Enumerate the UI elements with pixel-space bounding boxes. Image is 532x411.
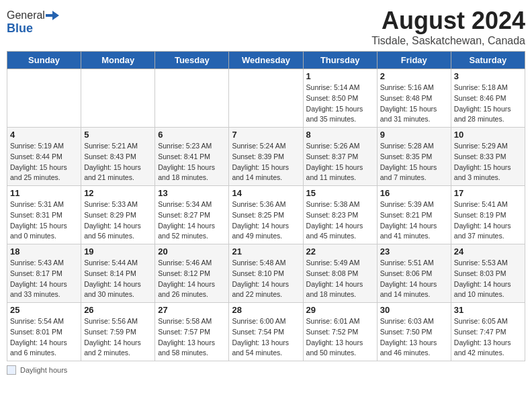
day-info: Sunrise: 5:56 AMSunset: 7:59 PMDaylight:…: [84, 316, 152, 359]
day-info: Sunrise: 5:38 AMSunset: 8:23 PMDaylight:…: [306, 199, 374, 242]
week-row-1: 1Sunrise: 5:14 AMSunset: 8:50 PMDaylight…: [7, 69, 525, 128]
title-area: August 2024 Tisdale, Saskatchewan, Canad…: [371, 7, 525, 47]
day-number: 17: [454, 188, 522, 198]
day-cell: 7Sunrise: 5:24 AMSunset: 8:39 PMDaylight…: [229, 128, 303, 186]
day-cell: 4Sunrise: 5:19 AMSunset: 8:44 PMDaylight…: [7, 128, 81, 186]
day-number: 24: [454, 246, 522, 257]
day-number: 19: [84, 246, 152, 257]
day-number: 22: [306, 246, 374, 257]
day-info: Sunrise: 5:18 AMSunset: 8:46 PMDaylight:…: [454, 83, 522, 125]
main-title: August 2024: [371, 7, 525, 35]
day-cell: 27Sunrise: 5:58 AMSunset: 7:57 PMDayligh…: [155, 303, 229, 361]
day-number: 23: [380, 246, 448, 257]
day-number: 9: [380, 130, 448, 140]
day-info: Sunrise: 5:49 AMSunset: 8:08 PMDaylight:…: [306, 258, 374, 300]
week-row-5: 25Sunrise: 5:54 AMSunset: 8:01 PMDayligh…: [7, 303, 525, 361]
day-cell: 1Sunrise: 5:14 AMSunset: 8:50 PMDaylight…: [303, 69, 377, 128]
legend-color-box: [7, 365, 16, 375]
day-number: 25: [10, 305, 78, 315]
weekday-header-saturday: Saturday: [451, 52, 525, 69]
day-number: 27: [158, 305, 226, 315]
day-number: 15: [306, 188, 374, 198]
subtitle: Tisdale, Saskatchewan, Canada: [371, 35, 525, 47]
day-cell: 20Sunrise: 5:46 AMSunset: 8:12 PMDayligh…: [155, 244, 229, 303]
day-info: Sunrise: 5:34 AMSunset: 8:27 PMDaylight:…: [158, 199, 226, 242]
day-info: Sunrise: 5:31 AMSunset: 8:31 PMDaylight:…: [10, 199, 78, 242]
day-cell: [229, 69, 303, 128]
day-number: 6: [158, 130, 226, 140]
day-cell: 13Sunrise: 5:34 AMSunset: 8:27 PMDayligh…: [155, 186, 229, 244]
week-row-2: 4Sunrise: 5:19 AMSunset: 8:44 PMDaylight…: [7, 128, 525, 186]
day-number: 20: [158, 246, 226, 257]
day-cell: 26Sunrise: 5:56 AMSunset: 7:59 PMDayligh…: [81, 303, 155, 361]
logo: General Blue: [7, 7, 60, 36]
day-number: 18: [10, 246, 78, 257]
day-number: 10: [454, 130, 522, 140]
weekday-header-tuesday: Tuesday: [155, 52, 229, 69]
day-info: Sunrise: 5:21 AMSunset: 8:43 PMDaylight:…: [84, 141, 152, 183]
day-number: 28: [232, 305, 300, 315]
day-cell: 8Sunrise: 5:26 AMSunset: 8:37 PMDaylight…: [303, 128, 377, 186]
weekday-header-friday: Friday: [377, 52, 451, 69]
day-info: Sunrise: 5:33 AMSunset: 8:29 PMDaylight:…: [84, 199, 152, 242]
day-cell: 25Sunrise: 5:54 AMSunset: 8:01 PMDayligh…: [7, 303, 81, 361]
day-info: Sunrise: 5:46 AMSunset: 8:12 PMDaylight:…: [158, 258, 226, 300]
day-number: 3: [454, 71, 522, 81]
day-info: Sunrise: 5:26 AMSunset: 8:37 PMDaylight:…: [306, 141, 374, 183]
day-number: 14: [232, 188, 300, 198]
day-info: Sunrise: 5:19 AMSunset: 8:44 PMDaylight:…: [10, 141, 78, 183]
day-info: Sunrise: 5:29 AMSunset: 8:33 PMDaylight:…: [454, 141, 522, 183]
day-number: 4: [10, 130, 78, 140]
day-cell: 14Sunrise: 5:36 AMSunset: 8:25 PMDayligh…: [229, 186, 303, 244]
day-info: Sunrise: 5:44 AMSunset: 8:14 PMDaylight:…: [84, 258, 152, 300]
day-number: 16: [380, 188, 448, 198]
day-number: 8: [306, 130, 374, 140]
day-cell: 16Sunrise: 5:39 AMSunset: 8:21 PMDayligh…: [377, 186, 451, 244]
day-info: Sunrise: 5:54 AMSunset: 8:01 PMDaylight:…: [10, 316, 78, 359]
logo-general-text: General: [7, 9, 45, 21]
day-number: 21: [232, 246, 300, 257]
day-cell: 19Sunrise: 5:44 AMSunset: 8:14 PMDayligh…: [81, 244, 155, 303]
day-number: 13: [158, 188, 226, 198]
day-cell: 18Sunrise: 5:43 AMSunset: 8:17 PMDayligh…: [7, 244, 81, 303]
day-info: Sunrise: 5:41 AMSunset: 8:19 PMDaylight:…: [454, 199, 522, 242]
week-row-3: 11Sunrise: 5:31 AMSunset: 8:31 PMDayligh…: [7, 186, 525, 244]
day-info: Sunrise: 6:03 AMSunset: 7:50 PMDaylight:…: [380, 316, 448, 359]
day-info: Sunrise: 6:01 AMSunset: 7:52 PMDaylight:…: [306, 316, 374, 359]
day-info: Sunrise: 5:53 AMSunset: 8:03 PMDaylight:…: [454, 258, 522, 300]
day-info: Sunrise: 5:24 AMSunset: 8:39 PMDaylight:…: [232, 141, 300, 183]
day-cell: 17Sunrise: 5:41 AMSunset: 8:19 PMDayligh…: [451, 186, 525, 244]
svg-marker-0: [46, 11, 59, 20]
day-cell: [7, 69, 81, 128]
weekday-header-row: SundayMondayTuesdayWednesdayThursdayFrid…: [7, 52, 525, 69]
weekday-header-wednesday: Wednesday: [229, 52, 303, 69]
day-number: 12: [84, 188, 152, 198]
weekday-header-thursday: Thursday: [303, 52, 377, 69]
day-cell: 23Sunrise: 5:51 AMSunset: 8:06 PMDayligh…: [377, 244, 451, 303]
day-cell: 10Sunrise: 5:29 AMSunset: 8:33 PMDayligh…: [451, 128, 525, 186]
header: General Blue August 2024 Tisdale, Saskat…: [7, 7, 525, 47]
day-cell: 11Sunrise: 5:31 AMSunset: 8:31 PMDayligh…: [7, 186, 81, 244]
day-cell: 31Sunrise: 6:05 AMSunset: 7:47 PMDayligh…: [451, 303, 525, 361]
day-info: Sunrise: 5:51 AMSunset: 8:06 PMDaylight:…: [380, 258, 448, 300]
day-number: 7: [232, 130, 300, 140]
day-cell: 22Sunrise: 5:49 AMSunset: 8:08 PMDayligh…: [303, 244, 377, 303]
logo-flag-icon: [46, 10, 59, 21]
day-number: 31: [454, 305, 522, 315]
day-cell: 24Sunrise: 5:53 AMSunset: 8:03 PMDayligh…: [451, 244, 525, 303]
day-cell: 6Sunrise: 5:23 AMSunset: 8:41 PMDaylight…: [155, 128, 229, 186]
legend-label: Daylight hours: [20, 366, 67, 374]
day-cell: 12Sunrise: 5:33 AMSunset: 8:29 PMDayligh…: [81, 186, 155, 244]
day-info: Sunrise: 5:43 AMSunset: 8:17 PMDaylight:…: [10, 258, 78, 300]
calendar: SundayMondayTuesdayWednesdayThursdayFrid…: [7, 51, 525, 361]
weekday-header-monday: Monday: [81, 52, 155, 69]
day-info: Sunrise: 5:39 AMSunset: 8:21 PMDaylight:…: [380, 199, 448, 242]
week-row-4: 18Sunrise: 5:43 AMSunset: 8:17 PMDayligh…: [7, 244, 525, 303]
day-number: 29: [306, 305, 374, 315]
day-cell: 2Sunrise: 5:16 AMSunset: 8:48 PMDaylight…: [377, 69, 451, 128]
day-cell: 15Sunrise: 5:38 AMSunset: 8:23 PMDayligh…: [303, 186, 377, 244]
day-cell: 30Sunrise: 6:03 AMSunset: 7:50 PMDayligh…: [377, 303, 451, 361]
day-number: 2: [380, 71, 448, 81]
day-info: Sunrise: 5:28 AMSunset: 8:35 PMDaylight:…: [380, 141, 448, 183]
day-info: Sunrise: 5:58 AMSunset: 7:57 PMDaylight:…: [158, 316, 226, 359]
